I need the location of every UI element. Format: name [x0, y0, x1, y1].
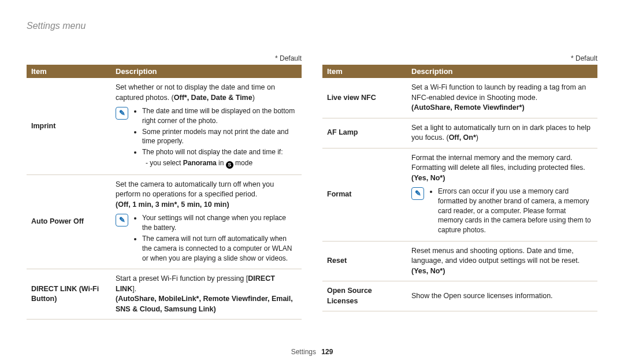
list-item: Errors can occur if you use a memory car…	[438, 187, 593, 235]
col-header-description: Description	[111, 65, 302, 78]
default-note-left: * Default	[27, 54, 302, 62]
list-item: The photo will not display the date and …	[142, 147, 297, 169]
table-row: Format Format the internal memory and th…	[322, 148, 597, 241]
table-row: Reset Reset menus and shooting options. …	[322, 241, 597, 281]
table-row: Live view NFC Set a Wi-Fi function to la…	[322, 78, 597, 118]
sublist-item: you select Panorama in S mode	[146, 158, 297, 169]
item-name: Live view NFC	[322, 78, 407, 118]
page-footer: Settings 129	[0, 348, 624, 356]
table-row: DIRECT LINK (Wi-Fi Button) Start a prese…	[27, 269, 302, 320]
item-name: Open Source Licenses	[322, 281, 407, 311]
item-description: Start a preset Wi-Fi function by pressin…	[111, 269, 302, 320]
list-item: The date and time will be displayed on t…	[142, 106, 297, 126]
item-name: Format	[322, 148, 407, 241]
item-name: DIRECT LINK (Wi-Fi Button)	[27, 269, 111, 320]
right-column: * Default Item Description Live view NFC…	[322, 54, 597, 320]
list-item: The camera will not turn off automatical…	[142, 234, 297, 263]
col-header-description: Description	[407, 65, 597, 78]
table-row: Imprint Set whether or not to display th…	[27, 78, 302, 174]
table-row: Open Source Licenses Show the Open sourc…	[322, 281, 597, 311]
item-description: Reset menus and shooting options. Date a…	[407, 241, 597, 281]
settings-table-right: Item Description Live view NFC Set a Wi-…	[322, 65, 597, 311]
item-name: Reset	[322, 241, 407, 281]
item-name: AF Lamp	[322, 118, 407, 148]
col-header-item: Item	[27, 65, 111, 78]
table-row: Auto Power Off Set the camera to automat…	[27, 174, 302, 269]
left-column: * Default Item Description Imprint Set w…	[27, 54, 302, 320]
col-header-item: Item	[322, 65, 407, 78]
default-note-right: * Default	[322, 54, 597, 62]
item-description: Set whether or not to display the date a…	[111, 78, 302, 174]
list-item: Some printer models may not print the da…	[142, 127, 297, 147]
settings-table-left: Item Description Imprint Set whether or …	[27, 65, 302, 320]
note-icon: ✎	[116, 107, 128, 120]
note-icon: ✎	[116, 214, 128, 226]
footer-label: Settings	[291, 348, 316, 356]
note-icon: ✎	[411, 187, 424, 200]
mode-dot-icon: S	[226, 161, 233, 169]
item-description: Set a Wi-Fi function to launch by readin…	[407, 78, 597, 118]
item-description: Show the Open source licenses informatio…	[407, 281, 597, 311]
item-name: Auto Power Off	[27, 174, 111, 269]
footer-page-number: 129	[321, 348, 333, 356]
item-description: Format the internal memory and the memor…	[407, 148, 597, 241]
item-description: Set the camera to automatically turn off…	[111, 174, 302, 269]
page-title: Settings menu	[27, 21, 597, 31]
table-row: AF Lamp Set a light to automatically tur…	[322, 118, 597, 148]
list-item: Your settings will not change when you r…	[142, 213, 297, 233]
item-name: Imprint	[27, 78, 111, 174]
item-description: Set a light to automatically turn on in …	[407, 118, 597, 148]
